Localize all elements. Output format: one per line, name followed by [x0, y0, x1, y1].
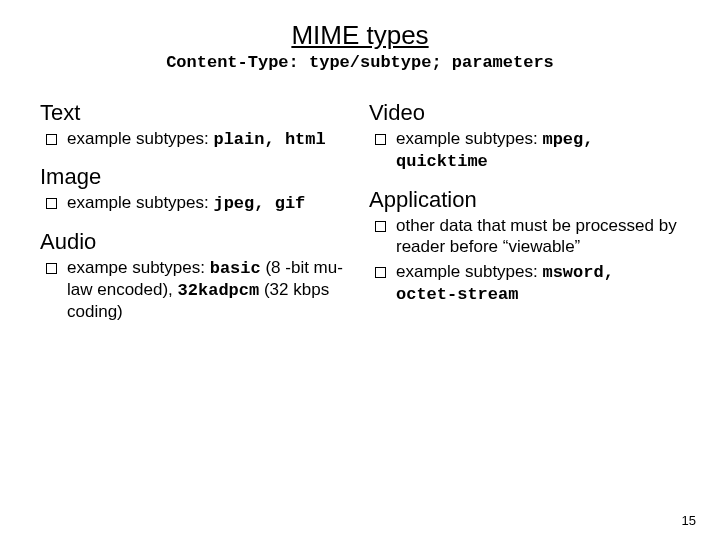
text-run: exampe subtypes:: [67, 258, 210, 277]
content-columns: Text example subtypes: plain, html Image…: [40, 100, 680, 336]
bullet-box-icon: [46, 198, 57, 209]
bullet-box-icon: [375, 267, 386, 278]
bullet-text: other data that must be processed by rea…: [396, 215, 680, 258]
code-run: jpeg, gif: [213, 194, 305, 213]
slide-subtitle: Content-Type: type/subtype; parameters: [40, 53, 680, 72]
bullet-box-icon: [46, 134, 57, 145]
text-run: example subtypes:: [396, 262, 542, 281]
slide-title: MIME types: [40, 20, 680, 51]
right-column: Video example subtypes: mpeg, quicktime …: [369, 100, 680, 336]
text-run: example subtypes:: [67, 193, 213, 212]
list-item: example subtypes: mpeg, quicktime: [369, 128, 680, 173]
list-item: example subtypes: msword, octet-stream: [369, 261, 680, 306]
bullet-text: example subtypes: plain, html: [67, 128, 351, 150]
bullet-text: example subtypes: mpeg, quicktime: [396, 128, 680, 173]
bullet-text: example subtypes: jpeg, gif: [67, 192, 351, 214]
bullet-box-icon: [375, 221, 386, 232]
text-run: example subtypes:: [396, 129, 542, 148]
text-run: example subtypes:: [67, 129, 213, 148]
title-block: MIME types Content-Type: type/subtype; p…: [40, 20, 680, 72]
list-item: exampe subtypes: basic (8 -bit mu-law en…: [40, 257, 351, 323]
code-run: plain, html: [213, 130, 325, 149]
section-head-video: Video: [369, 100, 680, 126]
code-run: 32kadpcm: [178, 281, 260, 300]
section-head-audio: Audio: [40, 229, 351, 255]
bullet-text: exampe subtypes: basic (8 -bit mu-law en…: [67, 257, 351, 323]
code-run: basic: [210, 259, 261, 278]
list-item: other data that must be processed by rea…: [369, 215, 680, 258]
bullet-box-icon: [46, 263, 57, 274]
list-item: example subtypes: jpeg, gif: [40, 192, 351, 214]
bullet-box-icon: [375, 134, 386, 145]
bullet-text: example subtypes: msword, octet-stream: [396, 261, 680, 306]
section-head-application: Application: [369, 187, 680, 213]
list-item: example subtypes: plain, html: [40, 128, 351, 150]
text-run: other data that must be processed by rea…: [396, 216, 677, 256]
section-head-image: Image: [40, 164, 351, 190]
left-column: Text example subtypes: plain, html Image…: [40, 100, 351, 336]
section-head-text: Text: [40, 100, 351, 126]
page-number: 15: [682, 513, 696, 528]
